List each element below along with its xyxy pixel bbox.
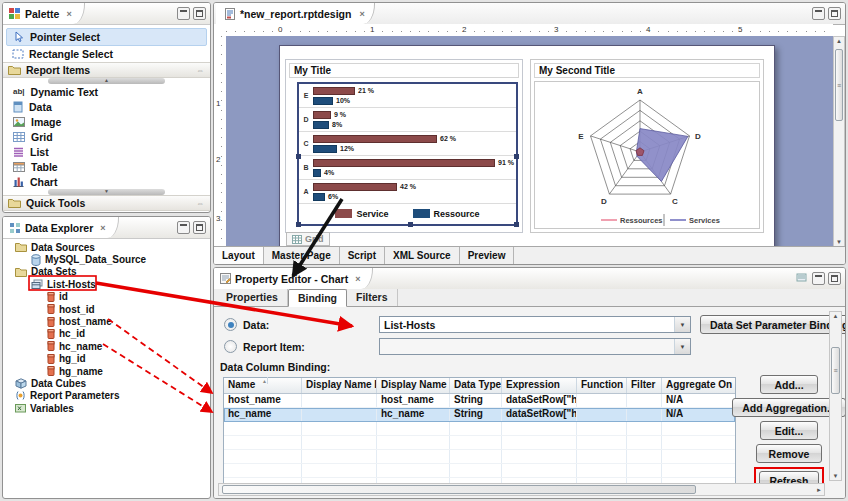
dataset-combo-value: List-Hosts [384, 319, 435, 331]
report-item-radio[interactable] [224, 340, 237, 353]
tree-item-mysql-data-source[interactable]: MySQL_Data_Source [3, 253, 210, 265]
scroll-down-icon[interactable]: ▼ [834, 239, 844, 245]
edit-button[interactable]: Edit... [760, 421, 818, 440]
tab-preview[interactable]: Preview [460, 247, 515, 264]
close-icon[interactable]: × [359, 9, 364, 19]
property-scrollbar-vertical[interactable]: ▲ ≡ ▼ [829, 311, 842, 481]
report-page[interactable]: My Title E 21 % 10% D 9 % 8% [279, 45, 775, 247]
section-report-items[interactable]: Report Items ⇔ [3, 62, 210, 78]
tree-item-column-id[interactable]: id [3, 291, 210, 303]
tree-item-report-parameters[interactable]: Report Parameters [3, 390, 210, 402]
data-radio[interactable] [224, 318, 237, 331]
minimize-icon[interactable] [177, 7, 190, 20]
tree-item-column-hg-name[interactable]: hg_name [3, 365, 210, 377]
column-header[interactable]: Aggregate On [662, 378, 735, 393]
maximize-icon[interactable] [193, 7, 206, 20]
palette-item-dynamic-text[interactable]: ab| Dynamic Text [3, 84, 210, 99]
palette-item-chart[interactable]: Chart [3, 174, 210, 189]
view-menu-icon[interactable] [796, 272, 807, 285]
column-header[interactable]: Filter [627, 378, 662, 393]
column-header[interactable]: Function [577, 378, 627, 393]
maximize-icon[interactable] [828, 7, 841, 20]
tool-pointer-select[interactable]: Pointer Select [6, 28, 207, 46]
data-column-binding-table[interactable]: Name Display Name ID Display Name Data T… [223, 377, 736, 492]
property-editor-tab[interactable]: Property Editor - Chart × [214, 268, 373, 289]
palette-item-list[interactable]: List [3, 144, 210, 159]
tab-filters[interactable]: Filters [347, 289, 398, 306]
tree-item-data-sets[interactable]: Data Sets [3, 266, 210, 278]
tree-item-variables[interactable]: Variables [3, 402, 210, 414]
selection-handle[interactable] [514, 222, 519, 227]
tree-item-column-hc-id[interactable]: hc_id [3, 328, 210, 340]
data-explorer-tab[interactable]: Data Explorer × [3, 217, 119, 238]
column-header[interactable]: Display Name [377, 378, 450, 393]
palette-item-data[interactable]: Data [3, 99, 210, 114]
tree-item-column-hc-name[interactable]: hc_name [3, 340, 210, 352]
close-icon[interactable]: × [355, 274, 360, 284]
column-header[interactable]: Expression [502, 378, 577, 393]
tree-item-column-host-name[interactable]: host_name [3, 315, 210, 327]
table-row-hc-name[interactable]: hc_name hc_name String dataSetRow["hc...… [224, 408, 735, 422]
table-row-empty[interactable] [224, 450, 735, 464]
close-icon[interactable]: × [100, 223, 105, 233]
tree-item-column-hg-id[interactable]: hg_id [3, 353, 210, 365]
maximize-icon[interactable] [193, 221, 206, 234]
tool-rectangle-select[interactable]: Rectangle Select [3, 46, 210, 62]
chevron-down-icon[interactable]: ▼ [674, 317, 690, 332]
scroll-down-icon[interactable]: ▼ [830, 473, 841, 479]
maximize-icon[interactable] [828, 272, 841, 285]
report-canvas[interactable]: My Title E 21 % 10% D 9 % 8% [226, 36, 833, 247]
table-row-host-name[interactable]: host_name host_name String dataSetRow["h… [224, 394, 735, 408]
minimize-icon[interactable] [812, 272, 825, 285]
tree-item-list-hosts[interactable]: List-Hosts [3, 278, 210, 290]
grid-element-tab[interactable]: Grid [286, 232, 330, 246]
tree-item-data-cubes[interactable]: Data Cubes [3, 377, 210, 389]
scroll-up-icon[interactable]: ▲ [830, 313, 841, 319]
minimize-icon[interactable] [812, 7, 825, 20]
close-icon[interactable]: × [66, 9, 71, 19]
scrollbar-thumb[interactable] [222, 485, 696, 494]
scrollbar-thumb[interactable]: ≡ [835, 49, 843, 121]
scroll-right-icon[interactable]: ► [816, 487, 822, 493]
report-item-combo[interactable]: ▼ [379, 338, 691, 355]
layout-toggle-icon[interactable]: ⇔ [196, 199, 204, 208]
tab-master-page[interactable]: Master Page [264, 247, 340, 264]
minimize-icon[interactable] [177, 221, 190, 234]
scroll-up-icon[interactable]: ▲ [834, 38, 844, 44]
table-row-empty[interactable] [224, 422, 735, 436]
selection-handle[interactable] [296, 154, 301, 159]
table-row-empty[interactable] [224, 464, 735, 478]
data-set-parameter-binding-button[interactable]: Data Set Parameter Binding... [700, 315, 846, 334]
bar-chart-element[interactable]: My Title E 21 % 10% D 9 % 8% [285, 59, 523, 233]
editor-tab-new-report[interactable]: *new_report.rptdesign × [216, 3, 375, 24]
tab-script[interactable]: Script [340, 247, 385, 264]
property-scrollbar-horizontal[interactable]: ► [218, 483, 825, 496]
selection-handle[interactable] [514, 154, 519, 159]
selection-handle[interactable] [296, 222, 301, 227]
column-header[interactable]: Data Type [450, 378, 502, 393]
palette-tab[interactable]: Palette × [3, 3, 85, 24]
selection-handle[interactable] [408, 222, 413, 227]
layout-toggle-icon[interactable]: ⇔ [196, 66, 204, 75]
scrollbar-thumb[interactable]: ≡ [831, 347, 840, 394]
tab-xml-source[interactable]: XML Source [385, 247, 460, 264]
editor-scrollbar-vertical[interactable]: ▲ ≡ ▼ [833, 36, 845, 247]
tab-layout[interactable]: Layout [214, 247, 264, 264]
add-button[interactable]: Add... [760, 375, 818, 394]
palette-item-table[interactable]: Table [3, 159, 210, 174]
section-quick-tools[interactable]: Quick Tools ⇔ [3, 195, 210, 211]
palette-item-aggregation[interactable]: Σ Aggregation [3, 211, 210, 213]
tab-binding[interactable]: Binding [288, 289, 347, 307]
tree-item-column-host-id[interactable]: host_id [3, 303, 210, 315]
tree-item-data-sources[interactable]: Data Sources [3, 241, 210, 253]
palette-item-image[interactable]: Image [3, 114, 210, 129]
table-row-empty[interactable] [224, 436, 735, 450]
dataset-icon [31, 279, 43, 290]
palette-item-grid[interactable]: Grid [3, 129, 210, 144]
radar-chart-element[interactable]: My Second Title [530, 59, 764, 233]
column-header[interactable]: Display Name ID [302, 378, 377, 393]
remove-button[interactable]: Remove [756, 444, 822, 463]
chevron-down-icon[interactable]: ▼ [674, 339, 690, 354]
dataset-combo[interactable]: List-Hosts ▼ [379, 316, 691, 333]
tab-properties[interactable]: Properties [217, 289, 288, 306]
